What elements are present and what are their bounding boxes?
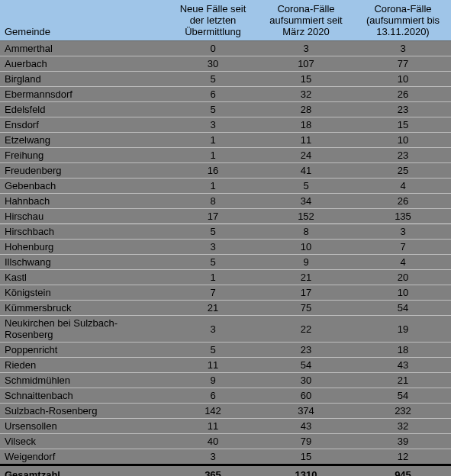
cell-gemeinde: Freihung <box>0 148 169 163</box>
table-row: Gebenbach154 <box>0 178 451 194</box>
table-body: Ammerthal033Auerbach3010777Birgland51510… <box>0 41 451 477</box>
cell-value: 22 <box>257 316 355 343</box>
cell-gemeinde: Neukirchen bei Sulzbach-Rosenberg <box>0 316 169 343</box>
cell-value: 0 <box>169 41 257 56</box>
table-row: Etzelwang11110 <box>0 133 451 148</box>
header-bis-datum: Corona-Fälle (aufsummiert bis 13.11.2020… <box>355 0 451 41</box>
cell-value: 152 <box>257 209 355 224</box>
cell-value: 10 <box>355 133 451 148</box>
cell-gemeinde: Schmidmühlen <box>0 373 169 388</box>
cell-value: 374 <box>257 404 355 419</box>
cell-gemeinde: Hahnbach <box>0 194 169 209</box>
table-row-total: Gesamtzahl3651310945 <box>0 465 451 477</box>
header-gemeinde: Gemeinde <box>0 0 169 41</box>
table-row: Freudenberg164125 <box>0 163 451 178</box>
cell-value: 43 <box>355 358 451 373</box>
cell-value: 3 <box>169 240 257 255</box>
cell-value: 40 <box>169 434 257 449</box>
cell-value: 20 <box>355 270 451 285</box>
cell-value: 10 <box>355 72 451 87</box>
cell-value: 32 <box>257 87 355 102</box>
cell-value: 39 <box>355 434 451 449</box>
cell-value: 43 <box>257 419 355 434</box>
cell-value: 10 <box>257 240 355 255</box>
cell-value: 1 <box>169 178 257 194</box>
cell-gemeinde: Kastl <box>0 270 169 285</box>
cell-value: 23 <box>355 148 451 163</box>
table-row: Sulzbach-Rosenberg142374232 <box>0 404 451 419</box>
cell-value: 26 <box>355 87 451 102</box>
cell-value: 5 <box>169 255 257 270</box>
cell-value: 1 <box>169 133 257 148</box>
cell-value: 3 <box>169 117 257 133</box>
cell-value: 23 <box>257 343 355 358</box>
cell-value: 16 <box>169 163 257 178</box>
cell-gemeinde: Ebermannsdorf <box>0 87 169 102</box>
table-row: Kastl12120 <box>0 270 451 285</box>
cell-value: 5 <box>169 102 257 117</box>
cell-value: 19 <box>355 316 451 343</box>
table-header: Gemeinde Neue Fälle seit der letzten Übe… <box>0 0 451 41</box>
cell-value: 1 <box>169 148 257 163</box>
cell-gemeinde: Auerbach <box>0 56 169 72</box>
cell-value: 12 <box>355 449 451 465</box>
corona-cases-table: Gemeinde Neue Fälle seit der letzten Übe… <box>0 0 451 476</box>
cell-value: 135 <box>355 209 451 224</box>
cell-value: 24 <box>257 148 355 163</box>
cell-value: 107 <box>257 56 355 72</box>
cell-value: 5 <box>169 343 257 358</box>
table-row: Hirschau17152135 <box>0 209 451 224</box>
cell-gemeinde: Weigendorf <box>0 449 169 465</box>
cell-gemeinde: Schnaittenbach <box>0 388 169 404</box>
table-row: Kümmersbruck217554 <box>0 301 451 316</box>
cell-gemeinde: Ammerthal <box>0 41 169 56</box>
cell-value: 6 <box>169 388 257 404</box>
cell-value: 3 <box>257 41 355 56</box>
cell-value: 34 <box>257 194 355 209</box>
cell-gemeinde: Etzelwang <box>0 133 169 148</box>
cell-gemeinde: Sulzbach-Rosenberg <box>0 404 169 419</box>
cell-total-value: 365 <box>169 465 257 477</box>
table-row: Illschwang594 <box>0 255 451 270</box>
table-row: Edelsfeld52823 <box>0 102 451 117</box>
cell-value: 5 <box>257 178 355 194</box>
cell-value: 11 <box>169 358 257 373</box>
cell-value: 232 <box>355 404 451 419</box>
table-row: Ensdorf31815 <box>0 117 451 133</box>
table-row: Weigendorf31512 <box>0 449 451 465</box>
cell-value: 25 <box>355 163 451 178</box>
header-aufsummiert: Corona-Fälle aufsummiert seit März 2020 <box>257 0 355 41</box>
cell-gemeinde: Gebenbach <box>0 178 169 194</box>
cell-value: 3 <box>355 41 451 56</box>
table-row: Schmidmühlen93021 <box>0 373 451 388</box>
cell-value: 4 <box>355 255 451 270</box>
cell-value: 15 <box>257 449 355 465</box>
cell-value: 54 <box>355 388 451 404</box>
cell-value: 1 <box>169 270 257 285</box>
cell-value: 5 <box>169 72 257 87</box>
table-row: Hohenburg3107 <box>0 240 451 255</box>
cell-value: 5 <box>169 224 257 240</box>
table-row: Freihung12423 <box>0 148 451 163</box>
cell-value: 21 <box>257 270 355 285</box>
cell-value: 32 <box>355 419 451 434</box>
table-row: Auerbach3010777 <box>0 56 451 72</box>
cell-total-value: 945 <box>355 465 451 477</box>
cell-gemeinde: Hirschau <box>0 209 169 224</box>
table-row: Hirschbach583 <box>0 224 451 240</box>
cell-gemeinde: Edelsfeld <box>0 102 169 117</box>
cell-value: 26 <box>355 194 451 209</box>
cell-total-label: Gesamtzahl <box>0 465 169 477</box>
cell-value: 4 <box>355 178 451 194</box>
cell-value: 142 <box>169 404 257 419</box>
table-row: Vilseck407939 <box>0 434 451 449</box>
table-row: Neukirchen bei Sulzbach-Rosenberg32219 <box>0 316 451 343</box>
table-row: Ammerthal033 <box>0 41 451 56</box>
cell-value: 30 <box>257 373 355 388</box>
cell-gemeinde: Poppenricht <box>0 343 169 358</box>
cell-value: 54 <box>257 358 355 373</box>
table-row: Rieden115443 <box>0 358 451 373</box>
cell-value: 8 <box>169 194 257 209</box>
table-row: Ursensollen114332 <box>0 419 451 434</box>
cell-gemeinde: Freudenberg <box>0 163 169 178</box>
